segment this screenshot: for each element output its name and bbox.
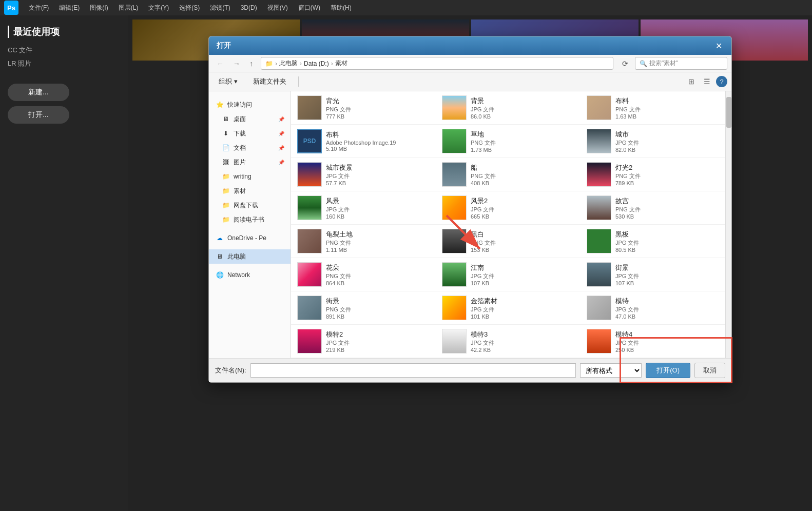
nav-pictures[interactable]: 🖼 图片 📌 (209, 155, 291, 169)
file-item[interactable]: 黑板JPG 文件80.5 KB (581, 225, 725, 258)
scrollbar[interactable] (725, 91, 731, 358)
file-name: 模特2 (326, 330, 430, 339)
menu-3d[interactable]: 3D(D) (237, 3, 261, 12)
file-item[interactable]: 模特3JPG 文件42.2 KB (436, 325, 581, 358)
nav-writing[interactable]: 📁 writing (209, 169, 291, 184)
filename-input[interactable] (250, 363, 576, 378)
file-type: JPG 文件 (471, 272, 574, 280)
refresh-button[interactable]: ⟳ (617, 57, 633, 70)
file-name: 街景 (326, 297, 430, 306)
file-item[interactable]: 金箔素材JPG 文件101 KB (436, 291, 581, 325)
breadcrumb-folder[interactable]: 素材 (335, 59, 347, 68)
pictures-icon: 🖼 (221, 158, 230, 167)
file-item[interactable]: 模特JPG 文件47.0 KB (581, 291, 725, 325)
file-item[interactable]: 故宫PNG 文件530 KB (581, 191, 725, 225)
nav-ebook[interactable]: 📁 阅读电子书 (209, 212, 291, 227)
file-item[interactable]: 龟裂土地PNG 文件1.11 MB (291, 225, 436, 258)
view-list-button[interactable]: ☰ (700, 75, 714, 88)
file-item[interactable]: 灯光2PNG 文件789 KB (581, 158, 725, 191)
file-size: 789 KB (615, 180, 719, 186)
file-item[interactable]: 城市JPG 文件82.0 KB (581, 125, 725, 158)
nav-downloads[interactable]: ⬇ 下载 📌 (209, 126, 291, 141)
view-grid-button[interactable]: ⊞ (685, 75, 698, 88)
file-thumbnail (297, 262, 322, 287)
file-item[interactable]: 布料PNG 文件1.63 MB (581, 91, 725, 125)
file-type: JPG 文件 (471, 106, 574, 113)
cancel-button[interactable]: 取消 (694, 363, 725, 378)
new-button[interactable]: 新建... (8, 84, 69, 101)
file-item[interactable]: 城市夜景JPG 文件57.7 KB (291, 158, 436, 191)
nav-thispc-label: 此电脑 (227, 252, 246, 261)
file-thumbnail (587, 329, 611, 353)
nav-documents[interactable]: 📄 文档 📌 (209, 141, 291, 155)
sidebar-cc-files[interactable]: CC 文件 (8, 46, 121, 55)
nav-back-button[interactable]: ← (213, 57, 227, 70)
format-select[interactable]: 所有格式 (580, 363, 642, 378)
file-name: 背景 (471, 96, 574, 106)
file-item[interactable]: 船PNG 文件408 KB (436, 158, 581, 191)
nav-network-section: 🌐 Network (209, 266, 291, 284)
nav-quick-access-label: 快速访问 (227, 101, 252, 109)
file-item[interactable]: 风景2JPG 文件665 KB (436, 191, 581, 225)
file-item[interactable]: 模特4JPG 文件250 KB (581, 325, 725, 358)
sidebar-buttons: 新建... 打开... (8, 84, 121, 124)
file-item[interactable]: PSD布料Adobe Photoshop Image.195.10 MB (291, 125, 436, 158)
nav-thispc[interactable]: 🖥 此电脑 (209, 249, 291, 264)
file-name: 江南 (471, 263, 574, 272)
file-type: PNG 文件 (326, 272, 430, 280)
file-item[interactable]: 街景JPG 文件107 KB (581, 258, 725, 291)
menu-filter[interactable]: 滤镜(T) (206, 3, 234, 13)
new-folder-button[interactable]: 新建文件夹 (247, 74, 292, 89)
nav-netdisk[interactable]: 📁 网盘下载 (209, 198, 291, 212)
file-name: 灯光2 (615, 163, 719, 172)
file-name: 风景 (326, 196, 430, 206)
breadcrumb-drive[interactable]: Data (D:) (304, 60, 329, 67)
menu-image[interactable]: 图像(I) (86, 3, 112, 13)
file-item[interactable]: 背光PNG 文件777 KB (291, 91, 436, 125)
menu-help[interactable]: 帮助(H) (326, 3, 356, 13)
help-button[interactable]: ? (716, 76, 727, 87)
menu-file[interactable]: 文件(F) (25, 3, 53, 13)
nav-forward-button[interactable]: → (229, 57, 244, 70)
menu-edit[interactable]: 编辑(E) (55, 3, 84, 13)
file-item[interactable]: 花朵PNG 文件864 KB (291, 258, 436, 291)
open-button[interactable]: 打开... (8, 106, 69, 124)
file-item[interactable]: 模特2JPG 文件219 KB (291, 325, 436, 358)
documents-icon: 📄 (221, 143, 230, 152)
breadcrumb-root[interactable]: 此电脑 (279, 59, 298, 68)
nav-desktop-label: 桌面 (234, 115, 246, 124)
nav-network[interactable]: 🌐 Network (209, 268, 291, 282)
dialog-close-button[interactable]: ✕ (713, 41, 724, 51)
nav-panel: ⭐ 快速访问 🖥 桌面 📌 ⬇ 下载 📌 (209, 91, 291, 358)
writing-icon: 📁 (221, 172, 230, 181)
scroll-thumb[interactable] (726, 97, 731, 128)
file-size: 891 KB (326, 313, 430, 320)
organize-button[interactable]: 组织 ▾ (213, 74, 243, 89)
file-item[interactable]: 草地PNG 文件1.73 MB (436, 125, 581, 158)
menu-text[interactable]: 文字(Y) (144, 3, 173, 13)
nav-onedrive[interactable]: ☁ OneDrive - Pe (209, 231, 291, 245)
file-thumbnail (587, 229, 611, 253)
file-info: 模特4JPG 文件250 KB (615, 330, 719, 353)
menu-view[interactable]: 视图(V) (263, 3, 292, 13)
menu-window[interactable]: 窗口(W) (294, 3, 324, 13)
search-box[interactable]: 🔍 搜索"素材" (635, 57, 727, 70)
file-item[interactable]: 背景JPG 文件86.0 KB (436, 91, 581, 125)
menu-layer[interactable]: 图层(L) (114, 3, 143, 13)
file-item[interactable]: 风景JPG 文件160 KB (291, 191, 436, 225)
nav-quick-access[interactable]: ⭐ 快速访问 (209, 97, 291, 112)
file-info: 背光PNG 文件777 KB (326, 96, 430, 120)
nav-up-button[interactable]: ↑ (246, 57, 257, 70)
file-item[interactable]: 黑白PNG 文件153 KB (436, 225, 581, 258)
menu-select[interactable]: 选择(S) (175, 3, 204, 13)
file-size: 864 KB (326, 280, 430, 286)
sidebar-lr-photos[interactable]: LR 照片 (8, 59, 121, 68)
file-item[interactable]: 街景PNG 文件891 KB (291, 291, 436, 325)
file-item[interactable]: 江南JPG 文件107 KB (436, 258, 581, 291)
file-size: 1.11 MB (326, 247, 430, 253)
nav-sucai[interactable]: 📁 素材 (209, 184, 291, 198)
dialog-bottom: 文件名(N): 所有格式 打开(O) 取消 (209, 358, 731, 382)
nav-desktop[interactable]: 🖥 桌面 📌 (209, 112, 291, 126)
open-file-button[interactable]: 打开(O) (646, 363, 690, 378)
file-info: 街景PNG 文件891 KB (326, 297, 430, 320)
